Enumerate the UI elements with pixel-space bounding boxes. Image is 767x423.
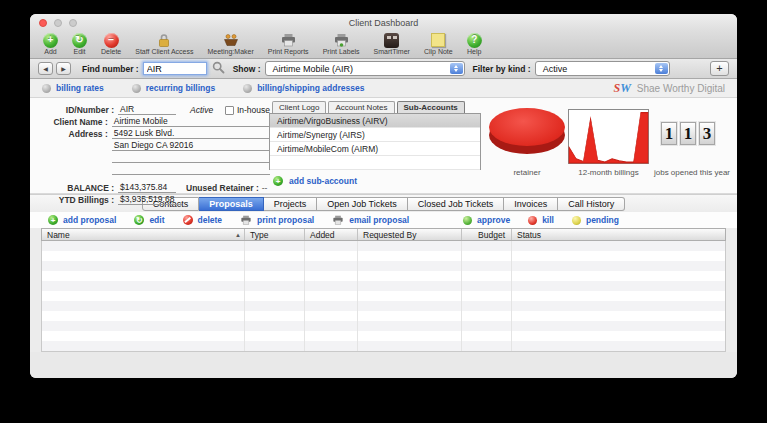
list-item[interactable]: Airtime/Synergy (AIRS) [270, 128, 480, 142]
printer-icon [281, 32, 296, 48]
filter-by-kind-label: Filter by kind : [473, 64, 531, 74]
sub-accounts-list: Airtime/VirgoBusiness (AIRV) Airtime/Syn… [269, 113, 481, 170]
smarttimer-icon [384, 33, 399, 48]
approve-proposal-link[interactable]: approve [463, 215, 510, 225]
yellow-dot-icon [572, 216, 581, 225]
next-record-button[interactable]: ▶ [56, 62, 71, 75]
toolbar-staff-client-access-button[interactable]: Staff Client Access [128, 32, 200, 55]
in-house-option: In-house [225, 105, 270, 115]
toolbar-add-button[interactable]: + Add [36, 32, 65, 55]
close-window-button[interactable] [39, 19, 47, 27]
column-header-added[interactable]: Added [305, 229, 358, 240]
branding: SW Shae Worthy Digital [613, 81, 725, 96]
table-row[interactable] [42, 251, 725, 261]
find-number-input[interactable] [143, 62, 207, 75]
tab-account-notes[interactable]: Account Notes [328, 101, 394, 113]
show-dropdown[interactable]: Airtime Mobile (AIR) [265, 61, 465, 76]
minimize-window-button[interactable] [54, 19, 62, 27]
table-row[interactable] [42, 321, 725, 331]
counter-digit: 1 [680, 122, 696, 145]
billings-area-chart [568, 109, 649, 164]
table-row[interactable] [42, 261, 725, 271]
column-header-type[interactable]: Type [245, 229, 305, 240]
address-line-1[interactable]: 5492 Lusk Blvd. [112, 128, 270, 139]
column-header-name[interactable]: Name ▲ [42, 229, 245, 240]
column-header-status[interactable]: Status [512, 229, 725, 240]
toolbar-print-reports-button[interactable]: Print Reports [261, 32, 316, 55]
column-header-requested-by[interactable]: Requested By [358, 229, 462, 240]
column-header-budget[interactable]: Budget [462, 229, 512, 240]
toolbar-meeting-maker-button[interactable]: Meeting:Maker [200, 32, 260, 55]
recurring-billings-link[interactable]: recurring billings [132, 83, 215, 93]
add-proposal-link[interactable]: + add proposal [48, 215, 116, 225]
toolbar-help-button[interactable]: ? Help [460, 32, 489, 55]
green-dot-icon [463, 216, 472, 225]
address-line-2[interactable]: San Diego CA 92016 [112, 140, 270, 151]
edit-proposal-link[interactable]: ↻ edit [134, 215, 164, 225]
balance-label: BALANCE : [38, 183, 118, 193]
table-row[interactable] [42, 241, 725, 251]
address-label: Address : [38, 129, 112, 139]
tab-sub-accounts[interactable]: Sub-Accounts [397, 101, 465, 113]
delete-icon: − [104, 33, 119, 48]
tab-client-logo[interactable]: Client Logo [272, 101, 326, 113]
pending-proposal-link[interactable]: pending [572, 215, 619, 225]
list-item[interactable]: Airtime/MobileCom (AIRM) [270, 142, 480, 156]
pie-chart-face [489, 108, 565, 146]
toolbar-clip-note-button[interactable]: Clip Note [417, 32, 460, 55]
zoom-window-button[interactable] [69, 19, 77, 27]
table-row[interactable] [42, 281, 725, 291]
table-row[interactable] [42, 341, 725, 351]
red-dot-icon [528, 216, 537, 225]
add-sub-account-link[interactable]: + add sub-account [269, 176, 481, 186]
address-line-3[interactable] [112, 162, 270, 163]
toolbar-edit-button[interactable]: ↻ Edit [65, 32, 94, 55]
proposals-table-body[interactable] [41, 241, 726, 352]
billing-shipping-addresses-link[interactable]: billing/shipping addresses [243, 83, 364, 93]
print-proposal-link[interactable]: print proposal [240, 211, 314, 229]
billing-rates-link[interactable]: billing rates [42, 83, 104, 93]
show-label: Show : [233, 64, 261, 74]
toolbar-print-labels-button[interactable]: Print Labels [316, 32, 367, 55]
company-logo: SW [613, 81, 630, 96]
client-name-value[interactable]: Airtime Mobile [112, 116, 270, 127]
tab-invoices[interactable]: Invoices [504, 197, 558, 211]
company-name: Shae Worthy Digital [637, 83, 725, 94]
find-bar: ◀ ▶ Find number : Show : Airtime Mobile … [30, 59, 737, 79]
table-row[interactable] [42, 331, 725, 341]
list-item[interactable]: Airtime/VirgoBusiness (AIRV) [270, 114, 480, 128]
client-status: Active [190, 105, 213, 115]
toolbar-delete-button[interactable]: − Delete [94, 32, 128, 55]
in-house-label: In-house [237, 105, 270, 115]
tab-open-job-tickets[interactable]: Open Job Tickets [317, 197, 408, 211]
table-row[interactable] [42, 301, 725, 311]
filter-by-kind-dropdown[interactable]: Active [535, 61, 670, 76]
billings-area-chart-polygon [569, 113, 648, 163]
tab-projects[interactable]: Projects [264, 197, 318, 211]
add-client-button[interactable]: + [710, 61, 729, 76]
delete-proposal-link[interactable]: delete [183, 215, 223, 225]
previous-record-button[interactable]: ◀ [38, 62, 53, 75]
in-house-checkbox[interactable] [225, 106, 234, 115]
id-number-value[interactable]: AIR [118, 104, 176, 115]
toolbar-smarttimer-button[interactable]: SmartTimer [367, 32, 417, 55]
dropdown-stepper-icon [655, 63, 668, 74]
proposal-actions-row: + add proposal ↻ edit delete print propo… [30, 212, 737, 228]
balance-value: $143,375.84 [118, 182, 176, 193]
edit-icon: ↻ [72, 33, 87, 48]
email-proposal-link[interactable]: email proposal [332, 211, 409, 229]
table-row[interactable] [42, 311, 725, 321]
ytd-billings-label: YTD Billings : [38, 195, 118, 205]
address-line-4[interactable] [112, 174, 270, 175]
tab-closed-job-tickets[interactable]: Closed Job Tickets [408, 197, 505, 211]
list-item[interactable] [270, 156, 480, 170]
tab-call-history[interactable]: Call History [558, 197, 625, 211]
bullet-icon [132, 84, 141, 93]
title-bar: Client Dashboard [30, 14, 737, 31]
proposals-table: Name ▲ Type Added Requested By Budget St… [41, 228, 726, 352]
kill-proposal-link[interactable]: kill [528, 215, 554, 225]
table-row[interactable] [42, 271, 725, 281]
unused-retainer-label: Unused Retainer : [186, 183, 259, 193]
search-icon[interactable] [212, 61, 225, 76]
table-row[interactable] [42, 291, 725, 301]
